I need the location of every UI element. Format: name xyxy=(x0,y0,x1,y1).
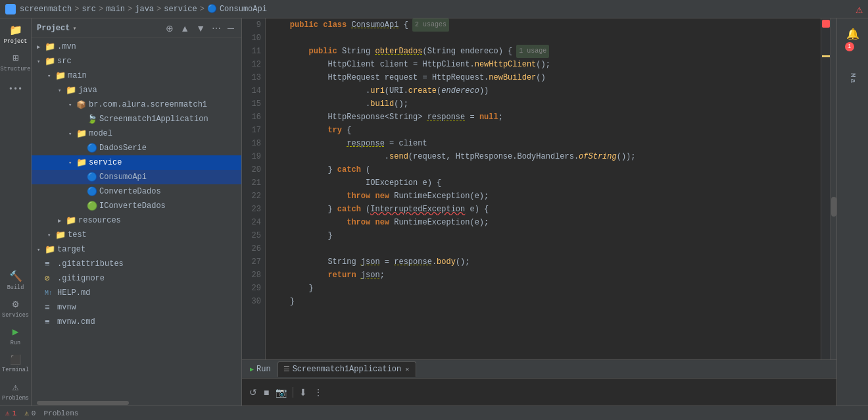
code-line-14: .uri(URI.create(endereco)) xyxy=(271,84,821,97)
code-content[interactable]: public class ConsumoApi { 2 usages publi… xyxy=(266,18,821,359)
tree-item-src[interactable]: ▾ 📁 src xyxy=(32,54,241,68)
status-warning-item[interactable]: ⚠ 0 xyxy=(24,409,36,417)
code-line-15: .build(); xyxy=(271,97,821,111)
services-icon: ⚙ xyxy=(12,298,19,311)
tree-item-resources[interactable]: ▶ 📁 resources xyxy=(32,213,241,228)
error-marker[interactable] xyxy=(822,20,830,28)
breadcrumb-src[interactable]: src xyxy=(82,5,96,14)
folder-icon-model: 📁 xyxy=(76,128,87,139)
tree-item-app[interactable]: 🍃 Screenmatch1Application xyxy=(32,112,241,126)
interface-icon: 🟢 xyxy=(87,201,97,211)
status-problems-item[interactable]: Problems xyxy=(43,409,78,417)
close-tab-button[interactable]: ✕ xyxy=(404,365,410,373)
code-line-9: public class ConsumoApi { 2 usages xyxy=(271,18,821,32)
tree-item-gitignore[interactable]: ⊘ .gitignore xyxy=(32,271,241,286)
screenshot-button[interactable]: 📷 xyxy=(274,385,289,400)
down-button[interactable]: ▼ xyxy=(194,22,207,34)
notification-icon[interactable]: ⚠ xyxy=(856,2,863,16)
restart-button[interactable]: ↺ xyxy=(247,385,259,400)
code-line-25: } xyxy=(271,229,821,242)
title-bar: screenmatch > src > main > java > servic… xyxy=(0,0,868,18)
sidebar-item-run[interactable]: ▶ Run xyxy=(3,323,29,349)
sidebar-item-more[interactable]: ••• xyxy=(3,76,29,103)
breadcrumb: screenmatch > src > main > java > servic… xyxy=(20,4,267,14)
scroll-down-button[interactable]: ⬇ xyxy=(297,385,309,400)
status-error-count: 1 xyxy=(12,409,17,417)
status-warning-icon: ⚠ xyxy=(24,409,29,417)
tree-item-package[interactable]: ▾ 📦 br.com.alura.screenmatch1 xyxy=(32,97,241,112)
tree-item-target[interactable]: ▾ 📁 target xyxy=(32,242,241,257)
sidebar-item-services[interactable]: ⚙ Services xyxy=(3,295,29,321)
folder-icon-mvn: 📁 xyxy=(45,41,55,52)
tab-run[interactable]: ▶ Run xyxy=(245,361,276,377)
terminal-icon: ⬛ xyxy=(10,354,21,365)
tree-item-mvn[interactable]: ▶ 📁 .mvn xyxy=(32,39,241,54)
tree-item-service[interactable]: ▾ 📁 service xyxy=(32,155,241,170)
close-panel-button[interactable]: ─ xyxy=(226,22,236,34)
tree-item-iconvertedados[interactable]: 🟢 IConverteDados xyxy=(32,199,241,213)
build-icon: 🔨 xyxy=(9,270,22,283)
editor-vscroll-thumb[interactable] xyxy=(831,197,836,217)
sidebar-item-build[interactable]: 🔨 Build xyxy=(3,267,29,294)
tree-item-test[interactable]: ▾ 📁 test xyxy=(32,228,241,242)
code-line-12: HttpClient client = HttpClient.newHttpCl… xyxy=(271,58,821,71)
sidebar-item-structure[interactable]: ⊞ Structure xyxy=(3,49,29,75)
status-error-item[interactable]: ⚠ 1 xyxy=(5,409,16,417)
problems-icon: ⚠ xyxy=(12,381,19,394)
tree-item-consumoapi[interactable]: 🔵 ConsumoApi xyxy=(32,170,241,184)
stop-button[interactable]: ■ xyxy=(262,385,271,400)
tree-item-dadosserie[interactable]: 🔵 DadosSerie xyxy=(32,141,241,155)
breadcrumb-file[interactable]: ConsumoApi xyxy=(220,5,267,14)
file-icon-gitattr: ≡ xyxy=(45,259,55,269)
code-line-10 xyxy=(271,32,821,45)
code-line-28: return json; xyxy=(271,269,821,282)
project-hscroll xyxy=(32,400,241,406)
tree-item-mvnw[interactable]: ≡ mvnw xyxy=(32,300,241,315)
sidebar-item-terminal[interactable]: ⬛ Terminal xyxy=(3,350,29,377)
code-line-22: throw new RuntimeException(e); xyxy=(271,190,821,203)
record-icon: 🔵 xyxy=(87,143,97,153)
project-hscroll-thumb[interactable] xyxy=(37,401,129,405)
sidebar-label-run: Run xyxy=(11,340,20,346)
bottom-content: ↺ ■ 📷 ⬇ ⋮ xyxy=(242,379,836,406)
tree-item-mvnwcmd[interactable]: ≡ mvnw.cmd xyxy=(32,315,241,329)
file-icon-mvnw: ≡ xyxy=(45,303,55,313)
code-line-26 xyxy=(271,242,821,255)
package-icon: 📦 xyxy=(76,100,87,110)
sidebar-item-problems[interactable]: ⚠ Problems xyxy=(3,378,29,404)
right-gutter xyxy=(821,18,830,359)
breadcrumb-java[interactable]: java xyxy=(135,5,154,14)
breadcrumb-screenmatch[interactable]: screenmatch xyxy=(20,5,72,14)
breadcrumb-main[interactable]: main xyxy=(106,5,125,14)
more-options-button[interactable]: ⋯ xyxy=(210,22,223,34)
app-tab-icon: ☰ xyxy=(283,365,290,373)
add-button[interactable]: ⊕ xyxy=(164,22,176,34)
tab-screenmatch[interactable]: ☰ Screenmatch1Application ✕ xyxy=(277,361,417,377)
breadcrumb-service[interactable]: service xyxy=(164,5,197,14)
sidebar-item-project[interactable]: 📁 Project xyxy=(3,21,29,47)
notification-count-badge: 1 xyxy=(845,42,854,51)
tree-item-main[interactable]: ▾ 📁 main xyxy=(32,68,241,83)
more-icon: ••• xyxy=(9,85,23,94)
sidebar-label-problems: Problems xyxy=(2,395,29,402)
more-button[interactable]: ⋮ xyxy=(312,385,325,400)
code-line-27: String json = response.body(); xyxy=(271,255,821,269)
tree-item-java[interactable]: ▾ 📁 java xyxy=(32,83,241,97)
sidebar-label-structure: Structure xyxy=(1,66,31,72)
tree-item-convertedados[interactable]: 🔵 ConverteDados xyxy=(32,184,241,199)
sidebar-label-project: Project xyxy=(4,38,28,45)
editor-vscroll[interactable] xyxy=(830,18,836,359)
maven-icon[interactable]: Ma xyxy=(846,59,859,99)
line-numbers: 9 10 11 12 13 14 15 16 17 18 19 20 21 22… xyxy=(242,18,266,359)
editor-area: 9 10 11 12 13 14 15 16 17 18 19 20 21 22… xyxy=(242,18,836,406)
folder-icon-src: 📁 xyxy=(45,56,55,66)
tree-item-gitattr[interactable]: ≡ .gitattributes xyxy=(32,257,241,271)
up-button[interactable]: ▲ xyxy=(178,22,191,34)
toolbar-sep-1 xyxy=(293,387,293,398)
class-icon-consumoapi: 🔵 xyxy=(87,172,97,182)
tree-item-model[interactable]: ▾ 📁 model xyxy=(32,126,241,141)
folder-icon-resources: 📁 xyxy=(66,215,76,226)
tree-item-helpmd[interactable]: M↑ HELP.md xyxy=(32,286,241,300)
file-icon-helpmd: M↑ xyxy=(45,290,55,297)
code-line-21: IOException e) { xyxy=(271,176,821,190)
